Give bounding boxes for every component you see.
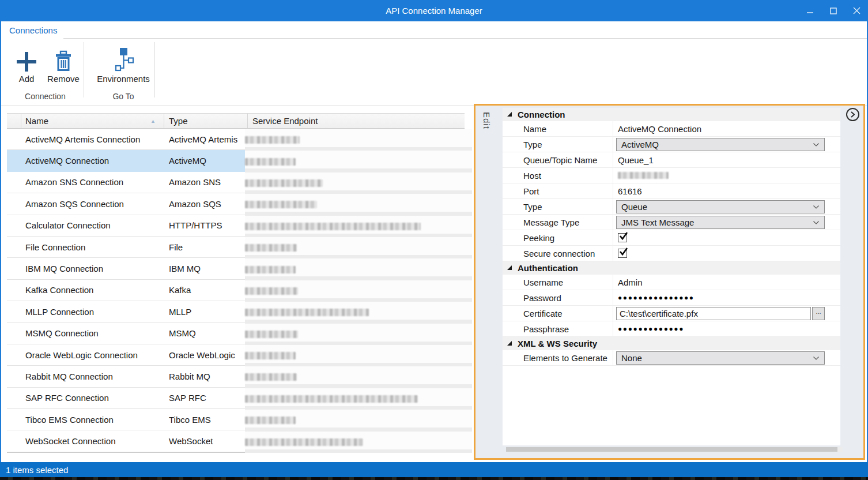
row-header-cell	[7, 129, 21, 149]
window-title: API Connection Manager	[386, 6, 482, 16]
collapse-panel-button[interactable]	[846, 108, 859, 121]
add-button[interactable]: Add	[13, 42, 40, 84]
queue-topic-name-value[interactable]: Queue_1	[618, 155, 654, 165]
horizontal-scrollbar[interactable]	[506, 447, 843, 452]
section-header-xml-ws-security[interactable]: XML & WS Security	[503, 337, 840, 350]
certificate-path: C:\test\certificate.pfx	[620, 309, 698, 318]
password-value-masked[interactable]: ●●●●●●●●●●●●●●●	[618, 294, 695, 302]
field-row: Name ActiveMQ Connection	[503, 121, 840, 137]
dropdown-value: ActiveMQ	[621, 140, 659, 149]
field-row: Queue/Topic Name Queue_1	[503, 152, 840, 168]
field-label: Host	[503, 168, 613, 183]
username-value[interactable]: Admin	[618, 278, 643, 287]
row-header-cell	[7, 388, 21, 408]
redacted-endpoint	[245, 158, 296, 166]
environments-button[interactable]: Environments	[93, 42, 153, 84]
dropdown-value: JMS Text Message	[621, 217, 694, 227]
scrollbar-thumb[interactable]	[506, 447, 837, 452]
cell-type: HTTP/HTTPS	[164, 215, 248, 236]
peeking-checkbox[interactable]	[618, 233, 627, 242]
sort-ascending-icon: ▲	[150, 118, 156, 124]
property-grid: Connection Name ActiveMQ Connection Type…	[503, 108, 840, 445]
field-row: Certificate C:\test\certificate.pfx ...	[503, 306, 840, 321]
cell-name: Tibco EMS Connection	[21, 409, 164, 430]
cell-type: Kafka	[164, 280, 248, 301]
field-row: Secure connection	[503, 246, 840, 261]
redacted-endpoint	[245, 417, 296, 424]
minimize-button[interactable]	[799, 0, 822, 21]
ribbon: Connections Add Remove	[1, 21, 867, 106]
section-header-authentication[interactable]: Authentication	[503, 261, 840, 275]
chevron-down-icon	[813, 143, 819, 147]
remove-button-label: Remove	[47, 74, 80, 84]
column-header-service-endpoint[interactable]: Service Endpoint	[248, 114, 465, 128]
row-header-column	[7, 114, 21, 128]
field-row: Password ●●●●●●●●●●●●●●●	[503, 290, 840, 306]
row-header-cell	[7, 150, 21, 171]
row-header-cell	[7, 323, 21, 344]
chevron-right-icon	[851, 111, 855, 118]
row-header-cell	[7, 237, 21, 257]
minimize-icon	[807, 7, 814, 14]
certificate-input[interactable]: C:\test\certificate.pfx	[616, 307, 811, 320]
field-row: Type ActiveMQ	[503, 137, 840, 152]
dropdown-value: None	[621, 353, 642, 363]
cell-type: Oracle WebLogic	[164, 344, 248, 365]
type-dropdown[interactable]: ActiveMQ	[616, 138, 825, 151]
cell-name: File Connection	[21, 237, 164, 257]
elements-to-generate-dropdown[interactable]: None	[616, 351, 825, 365]
secure-connection-checkbox[interactable]	[618, 249, 627, 258]
field-label: Certificate	[503, 306, 613, 321]
field-label: Queue/Topic Name	[503, 152, 613, 167]
field-label: Password	[503, 290, 613, 305]
passphrase-value-masked[interactable]: ●●●●●●●●●●●●●	[618, 325, 684, 333]
redacted-endpoint	[245, 395, 418, 403]
redacted-endpoint	[245, 373, 297, 381]
column-header-type[interactable]: Type	[164, 114, 248, 128]
cell-type: WebSocket	[164, 430, 248, 451]
section-title: XML & WS Security	[518, 339, 597, 348]
queue-type-dropdown[interactable]: Queue	[616, 200, 825, 213]
redacted-endpoint	[245, 223, 421, 230]
taskbar[interactable]	[0, 477, 868, 480]
column-header-endpoint-label: Service Endpoint	[252, 116, 318, 126]
row-header-cell	[7, 280, 21, 301]
tab-connections[interactable]: Connections	[9, 25, 57, 35]
section-expanded-icon	[507, 265, 512, 271]
field-row: Peeking	[503, 230, 840, 246]
row-header-cell	[7, 215, 21, 236]
remove-button[interactable]: Remove	[45, 42, 82, 84]
field-row: Port 61616	[503, 183, 840, 199]
row-header-cell	[7, 409, 21, 430]
table-header: Name ▲ Type Service Endpoint	[7, 113, 465, 129]
close-button[interactable]	[845, 0, 868, 21]
browse-button[interactable]: ...	[812, 307, 825, 320]
edit-tab[interactable]: Edit	[482, 112, 492, 129]
cell-type: Tibco EMS	[164, 409, 248, 430]
chevron-down-icon	[813, 357, 819, 360]
row-header-cell	[7, 172, 21, 193]
section-expanded-icon	[507, 112, 512, 117]
redacted-endpoint	[245, 309, 369, 316]
add-button-label: Add	[19, 74, 35, 84]
section-expanded-icon	[507, 341, 512, 346]
cell-name: ActiveMQ Connection	[21, 150, 164, 171]
cell-type: MLLP	[164, 301, 248, 322]
section-header-connection[interactable]: Connection	[503, 108, 840, 121]
name-value[interactable]: ActiveMQ Connection	[618, 124, 701, 134]
cell-type: IBM MQ	[164, 258, 248, 279]
tab-underline	[63, 38, 867, 39]
field-label: Type	[503, 199, 613, 214]
column-header-name[interactable]: Name ▲	[21, 114, 164, 128]
redacted-endpoint-column	[245, 129, 472, 453]
section-title: Authentication	[518, 263, 578, 273]
port-value[interactable]: 61616	[618, 186, 642, 196]
field-row: Message Type JMS Text Message	[503, 215, 840, 230]
field-label: Message Type	[503, 215, 613, 230]
message-type-dropdown[interactable]: JMS Text Message	[616, 216, 825, 229]
redacted-endpoint	[245, 266, 296, 273]
redacted-endpoint	[245, 438, 363, 446]
group-label-go-to: Go To	[93, 92, 153, 101]
cell-type: File	[164, 237, 248, 257]
maximize-button[interactable]	[822, 0, 845, 21]
